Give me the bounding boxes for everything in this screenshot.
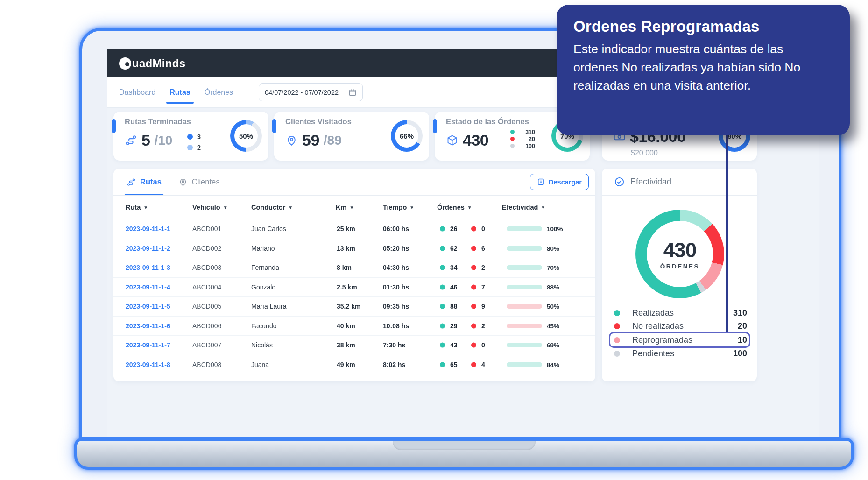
legend-value: 100 bbox=[519, 143, 535, 149]
legend-dot bbox=[614, 337, 620, 343]
time-cell: 10:08 hs bbox=[383, 322, 409, 330]
km-cell: 38 km bbox=[337, 341, 355, 349]
route-link[interactable]: 2023-09-11-1-7 bbox=[126, 341, 170, 349]
time-cell: 01:30 hs bbox=[383, 283, 409, 291]
orders-ok-dot bbox=[440, 246, 445, 251]
legend-dot bbox=[510, 130, 515, 134]
panel-title: Efectividad bbox=[630, 177, 671, 187]
tooltip-ordenes-reprogramadas: Ordenes Reprogramadas Este indicador mue… bbox=[557, 5, 850, 135]
column-header-ruta[interactable]: Ruta▼ bbox=[126, 204, 148, 211]
orders-ok-dot bbox=[440, 226, 445, 231]
km-cell: 40 km bbox=[337, 322, 355, 330]
route-link[interactable]: 2023-09-11-1-6 bbox=[126, 322, 170, 330]
driver-cell: Juan Carlos bbox=[251, 225, 286, 233]
orders-fail-dot bbox=[471, 284, 476, 289]
kpi-donut-chart: 66% bbox=[391, 120, 423, 152]
kpi-value: 5 bbox=[141, 131, 150, 149]
time-cell: 8:02 hs bbox=[383, 361, 405, 368]
legend-value: 10 bbox=[738, 335, 747, 345]
time-cell: 05:20 hs bbox=[383, 245, 409, 252]
tab-rutas[interactable]: Rutas bbox=[127, 169, 162, 195]
effectiveness-percent: 84% bbox=[547, 361, 559, 368]
check-circle-icon bbox=[614, 176, 625, 187]
legend-value: 20 bbox=[738, 321, 747, 331]
efectividad-panel: Efectividad 430 ÓRDENES Realizadas bbox=[602, 169, 757, 381]
legend-label: No realizadas bbox=[632, 321, 684, 331]
effectiveness-bar bbox=[507, 304, 542, 309]
driver-cell: Nicolás bbox=[251, 341, 273, 349]
date-range-picker[interactable]: 04/07/2022 - 07/07/2022 bbox=[259, 83, 363, 101]
nav-item-dashboard[interactable]: Dashboard bbox=[119, 88, 155, 97]
route-link[interactable]: 2023-09-11-1-2 bbox=[126, 245, 170, 252]
nav-item-rutas[interactable]: Rutas bbox=[169, 88, 190, 97]
column-header-efectividad[interactable]: Efectividad▼ bbox=[502, 204, 545, 211]
legend-dot bbox=[614, 351, 620, 357]
card-accent-pill bbox=[112, 119, 116, 133]
sort-arrow-icon: ▼ bbox=[288, 205, 293, 210]
orders-ok-dot bbox=[440, 284, 445, 289]
orders-fail-count: 4 bbox=[481, 361, 485, 368]
card-accent-pill bbox=[272, 119, 276, 133]
quadminds-logo: uadMinds bbox=[119, 57, 185, 70]
column-header-ordenes[interactable]: Órdenes▼ bbox=[437, 204, 472, 211]
donut-center-label: ÓRDENES bbox=[660, 263, 699, 270]
vehicle-cell: ABCD007 bbox=[192, 341, 221, 349]
vehicle-cell: ABCD008 bbox=[192, 361, 221, 368]
table-header-row: Ruta▼ Vehículo▼ Conductor▼ Km▼ Tiempo▼ Ó… bbox=[113, 196, 595, 219]
route-icon bbox=[127, 177, 136, 187]
table-row[interactable]: 2023-09-11-1-5 ABCD005 María Laura 35.2 … bbox=[113, 296, 595, 316]
column-header-conductor[interactable]: Conductor▼ bbox=[251, 204, 293, 211]
driver-cell: Facundo bbox=[251, 322, 276, 330]
legend-dot bbox=[614, 323, 620, 329]
legend-dot bbox=[187, 145, 193, 150]
legend-dot bbox=[187, 134, 193, 140]
tooltip-body: Este indicador muestra cuántas de las or… bbox=[573, 40, 816, 95]
column-header-vehiculo[interactable]: Vehículo▼ bbox=[192, 204, 228, 211]
route-link[interactable]: 2023-09-11-1-5 bbox=[126, 303, 170, 310]
kpi-card-clientes-visitados: Clientes Visitados 59/89 66% bbox=[274, 112, 429, 161]
kpi-value: 59 bbox=[302, 131, 319, 149]
table-row[interactable]: 2023-09-11-1-7 ABCD007 Nicolás 38 km 7:3… bbox=[113, 335, 595, 355]
time-cell: 04:30 hs bbox=[383, 264, 409, 271]
tooltip-title: Ordenes Reprogramadas bbox=[573, 18, 833, 35]
download-icon bbox=[537, 178, 545, 186]
map-pin-icon bbox=[178, 177, 188, 187]
orders-donut-chart: 430 ÓRDENES bbox=[635, 210, 724, 298]
route-icon bbox=[125, 134, 137, 147]
logo-q-icon bbox=[119, 57, 131, 70]
route-link[interactable]: 2023-09-11-1-3 bbox=[126, 264, 170, 271]
vehicle-cell: ABCD003 bbox=[192, 264, 221, 271]
kpi-subvalue: $20.000 bbox=[631, 149, 658, 157]
table-row[interactable]: 2023-09-11-1-2 ABCD002 Mariano 13 km 05:… bbox=[113, 239, 595, 258]
table-row[interactable]: 2023-09-11-1-1 ABCD001 Juan Carlos 25 km… bbox=[113, 219, 595, 239]
legend-value: 3 bbox=[197, 133, 201, 141]
effectiveness-percent: 45% bbox=[547, 322, 559, 329]
descargar-button[interactable]: Descargar bbox=[530, 174, 589, 190]
kpi-mini-legend: 3 2 bbox=[187, 133, 201, 151]
orders-ok-count: 43 bbox=[450, 341, 458, 349]
column-header-km[interactable]: Km▼ bbox=[336, 204, 354, 211]
table-row[interactable]: 2023-09-11-1-3 ABCD003 Fernanda 8 km 04:… bbox=[113, 258, 595, 277]
tab-label: Clientes bbox=[192, 177, 220, 186]
orders-ok-dot bbox=[440, 362, 445, 367]
legend-value: 310 bbox=[733, 308, 747, 318]
nav-item-ordenes[interactable]: Órdenes bbox=[205, 88, 233, 97]
tab-clientes[interactable]: Clientes bbox=[178, 169, 220, 195]
kpi-donut-label: 50% bbox=[230, 120, 262, 152]
sort-arrow-icon: ▼ bbox=[541, 205, 545, 210]
descargar-label: Descargar bbox=[549, 178, 582, 186]
legend-label: Pendientes bbox=[632, 349, 674, 359]
km-cell: 25 km bbox=[337, 225, 355, 233]
donut-center-value: 430 bbox=[663, 239, 696, 262]
table-row[interactable]: 2023-09-11-1-8 ABCD008 Juana 49 km 8:02 … bbox=[113, 355, 595, 374]
column-header-tiempo[interactable]: Tiempo▼ bbox=[383, 204, 414, 211]
effectiveness-percent: 50% bbox=[547, 303, 559, 310]
effectiveness-bar bbox=[507, 324, 542, 328]
legend-dot bbox=[510, 144, 515, 148]
route-link[interactable]: 2023-09-11-1-4 bbox=[126, 283, 170, 291]
table-row[interactable]: 2023-09-11-1-4 ABCD004 Gonzalo 2.5 km 01… bbox=[113, 277, 595, 297]
table-row[interactable]: 2023-09-11-1-6 ABCD006 Facundo 40 km 10:… bbox=[113, 316, 595, 336]
route-link[interactable]: 2023-09-11-1-1 bbox=[126, 225, 170, 233]
route-link[interactable]: 2023-09-11-1-8 bbox=[126, 361, 170, 368]
km-cell: 8 km bbox=[337, 264, 352, 271]
